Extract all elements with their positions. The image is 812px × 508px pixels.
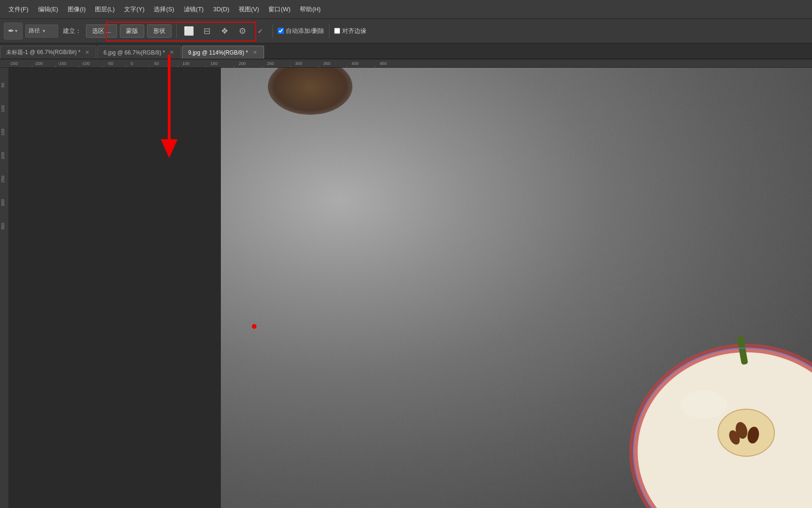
svg-text:-50: -50 <box>107 61 113 66</box>
settings-button[interactable]: ⚙ <box>235 24 250 39</box>
mask-options-button[interactable]: ✓ <box>253 24 268 39</box>
make-shape-button[interactable]: 形状 <box>147 24 172 38</box>
svg-text:300: 300 <box>0 199 5 206</box>
menu-select[interactable]: 选择(S) <box>149 3 179 16</box>
path-operations-button[interactable]: ⬜ <box>181 24 196 39</box>
path-alignment-button[interactable]: ⊟ <box>199 24 214 39</box>
svg-text:50: 50 <box>154 61 159 66</box>
tab-9jpg-label: 9.jpg @ 114%(RGB/8) * <box>188 49 248 56</box>
tab-6jpg-label: 6.jpg @ 66.7%(RGB/8) * <box>103 49 165 56</box>
path-mode-dropdown[interactable]: 路径 ▼ <box>25 24 58 38</box>
tab-6jpg-close[interactable]: ✕ <box>169 49 175 56</box>
path-dropdown-arrow: ▼ <box>42 29 46 33</box>
svg-text:250: 250 <box>267 61 274 66</box>
tab-6jpg[interactable]: 6.jpg @ 66.7%(RGB/8) * ✕ <box>97 46 181 59</box>
svg-point-45 <box>680 390 727 419</box>
menu-view[interactable]: 视图(V) <box>234 3 264 16</box>
build-label: 建立： <box>61 27 83 35</box>
svg-text:200: 200 <box>0 152 5 159</box>
svg-text:350: 350 <box>323 61 330 66</box>
tab-untitled-label: 未标题-1 @ 66.7%(RGB/8#) * <box>6 48 80 56</box>
align-edges-checkbox[interactable] <box>334 28 340 34</box>
tab-untitled-close[interactable]: ✕ <box>84 49 90 56</box>
menu-layer[interactable]: 图层(L) <box>90 3 119 16</box>
svg-text:50: 50 <box>0 83 5 87</box>
svg-text:150: 150 <box>211 61 218 66</box>
auto-add-delete-label: 自动添加/删除 <box>286 27 324 35</box>
make-selection-button[interactable]: 选区 ... <box>86 24 117 38</box>
path-arrangement-button[interactable]: ❖ <box>217 24 232 39</box>
red-dot-cursor <box>252 324 257 329</box>
ruler-vertical: 50 100 150 200 250 300 350 <box>0 68 8 508</box>
svg-text:-200: -200 <box>34 61 43 66</box>
align-edges-label: 对齐边缘 <box>342 27 367 35</box>
separator-1 <box>176 24 177 38</box>
svg-text:250: 250 <box>0 175 5 183</box>
left-canvas-panel[interactable] <box>8 68 221 508</box>
image-canvas[interactable] <box>221 68 812 508</box>
auto-add-delete-wrap[interactable]: 自动添加/删除 <box>278 27 324 35</box>
auto-add-delete-checkbox[interactable] <box>278 28 284 34</box>
make-mask-button[interactable]: 蒙版 <box>120 24 144 38</box>
separator-3 <box>329 24 329 38</box>
svg-text:-150: -150 <box>58 61 66 66</box>
svg-text:200: 200 <box>239 61 246 66</box>
tabs-bar: 未标题-1 @ 66.7%(RGB/8#) * ✕ 6.jpg @ 66.7%(… <box>0 43 812 59</box>
menu-help[interactable]: 帮助(H) <box>295 3 325 16</box>
svg-text:100: 100 <box>0 105 5 112</box>
menu-file[interactable]: 文件(F) <box>4 3 33 16</box>
menu-window[interactable]: 窗口(W) <box>264 3 295 16</box>
svg-text:300: 300 <box>295 61 302 66</box>
svg-text:450: 450 <box>380 61 387 66</box>
align-edges-wrap[interactable]: 对齐边缘 <box>334 27 367 35</box>
svg-text:150: 150 <box>0 128 5 135</box>
svg-text:400: 400 <box>351 61 359 66</box>
separator-2 <box>273 24 273 38</box>
svg-text:350: 350 <box>0 222 5 230</box>
menu-text[interactable]: 文字(Y) <box>119 3 149 16</box>
menu-bar: 文件(F) 编辑(E) 图像(I) 图层(L) 文字(Y) 选择(S) 滤镜(T… <box>0 0 812 19</box>
svg-text:100: 100 <box>182 61 189 66</box>
main-area: 50 100 150 200 250 300 350 <box>0 68 812 508</box>
svg-rect-0 <box>0 59 812 67</box>
menu-edit[interactable]: 编辑(E) <box>33 3 63 16</box>
tab-9jpg[interactable]: 9.jpg @ 114%(RGB/8) * ✕ <box>182 46 264 59</box>
menu-3d[interactable]: 3D(D) <box>208 4 234 15</box>
menu-image[interactable]: 图像(I) <box>63 3 90 16</box>
pen-tool-button[interactable]: ✒ ▼ <box>4 23 23 40</box>
ruler-horizontal: // Drawn inline as SVG text/lines -250 -… <box>0 59 812 68</box>
pen-icon: ✒ <box>8 26 14 35</box>
svg-text:-100: -100 <box>81 61 90 66</box>
apple-cross-section <box>568 254 812 508</box>
tool-dropdown-arrow: ▼ <box>14 29 18 33</box>
svg-text:0: 0 <box>131 61 133 66</box>
menu-filter[interactable]: 滤镜(T) <box>179 3 209 16</box>
options-bar: ✒ ▼ 路径 ▼ 建立： 选区 ... 蒙版 形状 ⬜ ⊟ ❖ ⚙ ✓ 自动添加… <box>0 19 812 43</box>
tab-9jpg-close[interactable]: ✕ <box>252 49 258 56</box>
tab-untitled[interactable]: 未标题-1 @ 66.7%(RGB/8#) * ✕ <box>0 46 96 59</box>
path-mode-label: 路径 <box>29 27 40 35</box>
svg-text:-250: -250 <box>9 61 18 66</box>
